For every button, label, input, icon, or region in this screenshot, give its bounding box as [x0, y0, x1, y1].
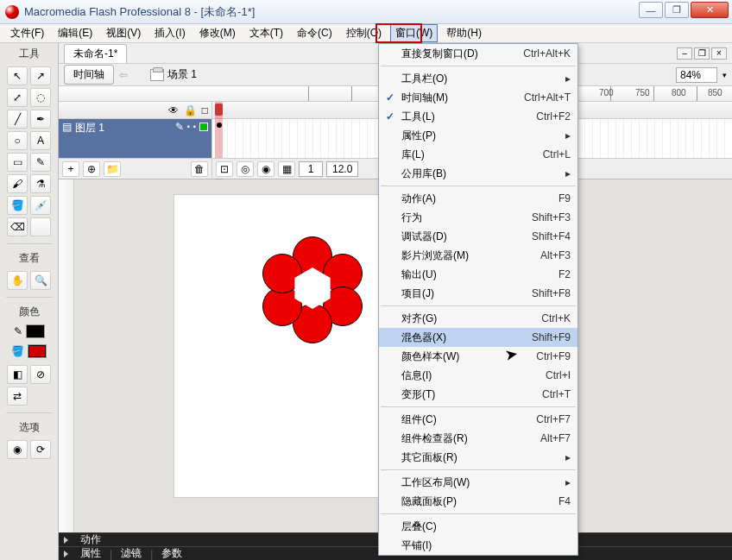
menu-view[interactable]: 视图(V)	[101, 24, 146, 42]
menu-item-label: 工具栏(O)	[401, 72, 447, 86]
layer-name[interactable]: 图层 1	[75, 121, 104, 135]
minimize-button[interactable]: —	[639, 2, 663, 18]
lasso-tool[interactable]: ◌	[30, 88, 51, 107]
outline-icon[interactable]: □	[202, 104, 208, 116]
lock-icon[interactable]: 🔒	[184, 104, 197, 116]
menu-item-组件检查器r[interactable]: 组件检查器(R)Alt+F7	[379, 429, 577, 448]
menu-item-属性p[interactable]: 属性(P)	[379, 126, 577, 145]
back-button[interactable]: ⇦	[119, 69, 128, 81]
rectangle-tool[interactable]: ▭	[7, 153, 28, 172]
zoom-tool[interactable]: 🔍	[30, 271, 51, 290]
paint-bucket-tool[interactable]: 🪣	[7, 196, 28, 215]
zoom-dropdown-icon[interactable]: ▾	[723, 71, 727, 79]
menu-item-工具l[interactable]: 工具(L)Ctrl+F2	[379, 107, 577, 126]
doc-close[interactable]: ×	[711, 47, 727, 60]
timeline-toggle-button[interactable]: 时间轴	[64, 65, 114, 85]
visibility-icon[interactable]: 👁	[168, 104, 179, 116]
fill-swatch[interactable]	[28, 344, 47, 358]
layer-icon: ▤	[62, 121, 72, 133]
new-layer-button[interactable]: +	[62, 161, 79, 177]
stroke-swatch[interactable]	[26, 324, 45, 338]
doc-minimize[interactable]: –	[677, 47, 692, 60]
menu-item-动作a[interactable]: 动作(A)F9	[379, 189, 577, 208]
menu-edit[interactable]: 编辑(E)	[53, 24, 98, 42]
menu-item-隐藏面板p[interactable]: 隐藏面板(P)F4	[379, 492, 577, 511]
menu-window[interactable]: 窗口(W)	[390, 24, 438, 42]
menu-item-层叠c[interactable]: 层叠(C)	[379, 517, 577, 536]
option-smooth[interactable]: ⟳	[30, 440, 51, 459]
layer-row[interactable]: ▤ 图层 1 ✎ • •	[59, 119, 211, 158]
maximize-button[interactable]: ❐	[665, 2, 689, 18]
menu-item-工具栏o[interactable]: 工具栏(O)	[379, 69, 577, 88]
menu-commands[interactable]: 命令(C)	[292, 24, 338, 42]
brush-tool[interactable]: 🖌	[7, 174, 28, 193]
edit-multiple-frames-button[interactable]: ▦	[278, 161, 295, 177]
menu-item-影片浏览器m[interactable]: 影片浏览器(M)Alt+F3	[379, 246, 577, 265]
menu-modify[interactable]: 修改(M)	[194, 24, 241, 42]
delete-layer-button[interactable]: 🗑	[191, 161, 208, 177]
flower-shape[interactable]	[261, 236, 364, 340]
menu-help[interactable]: 帮助(H)	[441, 24, 487, 42]
subselection-tool[interactable]: ↗	[30, 66, 51, 85]
tab-properties[interactable]: 属性	[80, 546, 101, 560]
free-transform-tool[interactable]: ⤢	[7, 88, 28, 107]
swap-colors[interactable]: ⇄	[7, 387, 28, 406]
menu-item-对齐g[interactable]: 对齐(G)Ctrl+K	[379, 309, 577, 328]
line-tool[interactable]: ╱	[7, 110, 28, 129]
menu-item-label: 输出(U)	[401, 267, 437, 282]
menu-bar: 文件(F) 编辑(E) 视图(V) 插入(I) 修改(M) 文本(T) 命令(C…	[0, 24, 732, 43]
menu-item-平铺i[interactable]: 平铺(I)	[379, 536, 577, 555]
menu-insert[interactable]: 插入(I)	[149, 24, 190, 42]
eraser-tool[interactable]: ⌫	[7, 217, 28, 236]
menu-item-变形t[interactable]: 变形(T)Ctrl+T	[379, 385, 577, 404]
oval-tool[interactable]: ○	[7, 131, 28, 150]
menu-separator	[381, 66, 576, 66]
document-tab[interactable]: 未命名-1*	[64, 44, 127, 63]
onion-skin-button[interactable]: ◎	[237, 161, 254, 177]
tab-parameters[interactable]: 参数	[161, 546, 182, 560]
menu-item-信息i[interactable]: 信息(I)Ctrl+I	[379, 366, 577, 385]
menu-item-直接复制窗口d[interactable]: 直接复制窗口(D)Ctrl+Alt+K	[379, 44, 577, 63]
layer-color-swatch[interactable]	[199, 123, 208, 131]
menu-shortcut: Ctrl+T	[542, 388, 571, 400]
ink-bottle-tool[interactable]: ⚗	[30, 174, 51, 193]
menu-item-混色器x[interactable]: 混色器(X)Shift+F9	[379, 328, 577, 347]
hand-tool[interactable]: ✋	[7, 271, 28, 290]
center-frame-button[interactable]: ⊡	[216, 161, 233, 177]
menu-text[interactable]: 文本(T)	[244, 24, 288, 42]
no-color[interactable]: ⊘	[30, 365, 51, 384]
doc-restore[interactable]: ❐	[694, 47, 710, 60]
onion-skin-outlines-button[interactable]: ◉	[257, 161, 274, 177]
pencil-tool[interactable]: ✎	[30, 153, 51, 172]
stage[interactable]	[174, 195, 399, 497]
menu-item-调试器d[interactable]: 调试器(D)Shift+F4	[379, 227, 577, 246]
menu-item-库l[interactable]: 库(L)Ctrl+L	[379, 145, 577, 164]
menu-item-其它面板r[interactable]: 其它面板(R)	[379, 448, 577, 467]
menu-item-工作区布局w[interactable]: 工作区布局(W)	[379, 473, 577, 492]
pen-tool[interactable]: ✒	[30, 110, 51, 129]
close-button[interactable]: ✕	[691, 2, 729, 18]
keyframe-icon[interactable]	[217, 123, 222, 128]
menu-item-行为[interactable]: 行为Shift+F3	[379, 208, 577, 227]
menu-item-颜色样本w[interactable]: 颜色样本(W)Ctrl+F9	[379, 347, 577, 366]
scene-name[interactable]: 场景 1	[167, 67, 197, 82]
menu-item-项目j[interactable]: 项目(J)Shift+F8	[379, 284, 577, 303]
menu-control[interactable]: 控制(O)	[341, 24, 387, 42]
eyedropper-tool[interactable]: 💉	[30, 196, 51, 215]
menu-file[interactable]: 文件(F)	[5, 24, 49, 42]
separator	[6, 243, 53, 244]
default-colors[interactable]: ◧	[7, 365, 28, 384]
menu-item-时间轴m[interactable]: 时间轴(M)Ctrl+Alt+T	[379, 88, 577, 107]
app-icon	[5, 5, 19, 19]
menu-item-输出u[interactable]: 输出(U)F2	[379, 265, 577, 284]
tab-filters[interactable]: 滤镜	[121, 546, 142, 560]
text-tool[interactable]: A	[30, 131, 51, 150]
menu-item-公用库b[interactable]: 公用库(B)	[379, 164, 577, 183]
scene-icon	[150, 69, 164, 81]
new-folder-button[interactable]: 📁	[104, 161, 121, 177]
selection-tool[interactable]: ↖	[7, 66, 28, 85]
option-snap[interactable]: ◉	[7, 440, 28, 459]
zoom-level[interactable]: 84%	[676, 67, 717, 83]
new-guide-layer-button[interactable]: ⊕	[83, 161, 100, 177]
menu-item-组件c[interactable]: 组件(C)Ctrl+F7	[379, 410, 577, 429]
